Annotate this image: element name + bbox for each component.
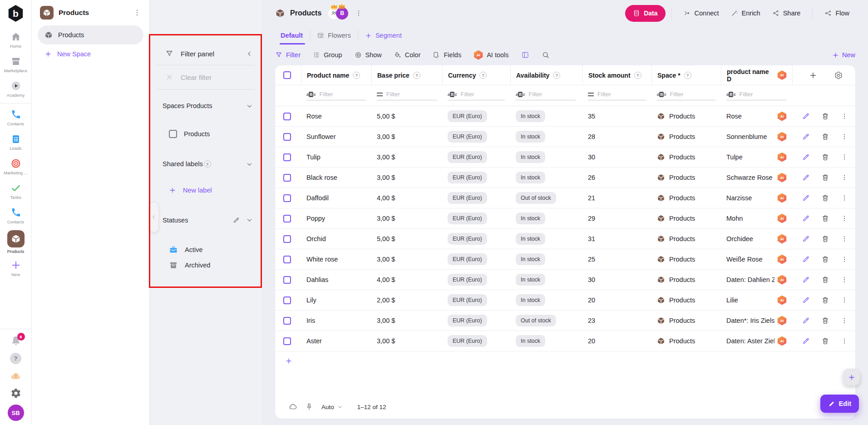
table-row[interactable]: Daffodil 4,00 $ EUR (Euro) Out of stock …	[275, 188, 855, 208]
add-column-icon[interactable]	[809, 71, 817, 79]
edit-button[interactable]: Edit	[820, 395, 859, 413]
user-avatar[interactable]: SB	[8, 405, 24, 421]
cell-product-name[interactable]: Orchid	[301, 229, 371, 249]
filter-input-availability[interactable]: aBc	[516, 91, 576, 100]
filter-input-product-name[interactable]: aBc	[306, 91, 366, 100]
add-record-fab[interactable]	[843, 369, 860, 385]
data-button[interactable]: Data	[625, 5, 665, 22]
cell-space[interactable]: Products	[651, 290, 721, 310]
flow-button[interactable]: Flow	[819, 10, 855, 17]
row-menu-icon[interactable]	[841, 235, 848, 242]
cell-product-name[interactable]: White rose	[301, 249, 371, 269]
cell-product-name-d[interactable]: Mohn AI	[721, 208, 792, 228]
row-menu-icon[interactable]	[841, 276, 848, 283]
filter-input[interactable]	[529, 91, 576, 98]
delete-row-icon[interactable]	[821, 133, 829, 141]
delete-row-icon[interactable]	[821, 255, 829, 263]
chevron-down-icon[interactable]	[246, 103, 253, 109]
new-space-button[interactable]: New Space	[38, 44, 143, 64]
row-checkbox[interactable]	[283, 153, 291, 161]
help-icon[interactable]	[413, 72, 420, 79]
header-cell-product-name-d[interactable]: product name DAI	[721, 65, 792, 85]
cell-base-price[interactable]: 5,00 $	[371, 106, 442, 126]
header-cell-base-price[interactable]: Base price	[371, 65, 442, 85]
cloud-icon[interactable]	[289, 403, 297, 411]
settings-gear-icon[interactable]	[10, 388, 21, 399]
cell-product-name-d[interactable]: Daten*: Iris Zielsp AI	[721, 311, 792, 331]
cell-stock-amount[interactable]: 23	[582, 311, 651, 331]
help-button[interactable]: ?	[10, 353, 21, 364]
enrich-button[interactable]: Enrich	[725, 10, 766, 17]
table-row[interactable]: Iris 3,00 $ EUR (Euro) Out of stock 23 P…	[275, 311, 855, 331]
pin-icon[interactable]	[305, 403, 313, 411]
edit-row-icon[interactable]	[802, 133, 810, 141]
header-cell-stock-amount[interactable]: Stock amount	[582, 65, 651, 85]
cell-base-price[interactable]: 3,00 $	[371, 147, 442, 167]
delete-row-icon[interactable]	[821, 316, 829, 325]
header-cell-availability[interactable]: Availability	[510, 65, 582, 85]
toggle-panel-button[interactable]	[521, 51, 529, 59]
new-record-button[interactable]: New	[832, 51, 855, 59]
row-checkbox[interactable]	[283, 317, 291, 325]
edit-row-icon[interactable]	[802, 194, 810, 202]
cell-product-name[interactable]: Tulip	[301, 147, 371, 167]
filter-input-product-name-d[interactable]: aBc	[726, 91, 786, 100]
status-archived[interactable]: Archived	[150, 257, 262, 273]
cell-space[interactable]: Products	[651, 106, 721, 126]
rail-item-marketing[interactable]: Marketing ...	[0, 154, 31, 179]
app-logo[interactable]: b	[8, 5, 24, 22]
table-row[interactable]: Lily 2,00 $ EUR (Euro) In stock 20 Produ…	[275, 290, 855, 311]
cell-stock-amount[interactable]: 30	[582, 147, 651, 167]
group-button[interactable]: Group	[313, 51, 342, 59]
cell-availability[interactable]: In stock	[510, 168, 582, 188]
cell-product-name-d[interactable]: Daten: Dahlien Zi AI	[721, 270, 792, 290]
table-row[interactable]: Aster 3,00 $ EUR (Euro) In stock 20 Prod…	[275, 331, 855, 351]
rail-item-leads[interactable]: Leads	[0, 130, 31, 154]
cell-availability[interactable]: In stock	[510, 270, 582, 290]
delete-row-icon[interactable]	[821, 112, 829, 120]
row-checkbox[interactable]	[283, 133, 291, 141]
filter-input[interactable]	[320, 91, 366, 98]
edit-row-icon[interactable]	[802, 276, 810, 284]
header-cell-space[interactable]: Space *	[651, 65, 721, 85]
filter-input[interactable]	[461, 91, 505, 98]
cell-product-name[interactable]: Dahlias	[301, 270, 371, 290]
delete-row-icon[interactable]	[821, 194, 829, 202]
cell-stock-amount[interactable]: 35	[582, 106, 651, 126]
cell-availability[interactable]: In stock	[510, 249, 582, 269]
search-button[interactable]	[542, 51, 550, 59]
cell-currency[interactable]: EUR (Euro)	[442, 229, 510, 249]
cell-stock-amount[interactable]: 31	[582, 229, 651, 249]
shared-labels-header[interactable]: Shared labels	[150, 146, 262, 182]
row-menu-icon[interactable]	[841, 194, 848, 202]
table-row[interactable]: Sunflower 3,00 $ EUR (Euro) In stock 28 …	[275, 127, 855, 147]
cell-stock-amount[interactable]: 20	[582, 331, 651, 351]
delete-row-icon[interactable]	[821, 173, 829, 182]
row-menu-icon[interactable]	[841, 256, 848, 263]
edit-row-icon[interactable]	[802, 214, 810, 222]
rail-item-new[interactable]: New	[0, 256, 31, 281]
filter-input-currency[interactable]: aBc	[448, 91, 505, 100]
cell-base-price[interactable]: 3,00 $	[371, 311, 442, 331]
workspace-menu-icon[interactable]	[133, 9, 141, 17]
cell-availability[interactable]: In stock	[510, 331, 582, 351]
chevron-down-icon[interactable]	[246, 217, 253, 223]
table-row[interactable]: Black rose 3,00 $ EUR (Euro) In stock 26…	[275, 168, 855, 188]
table-settings-gear-icon[interactable]	[834, 71, 843, 79]
cell-base-price[interactable]: 3,00 $	[371, 249, 442, 269]
rail-item-marketplace[interactable]: Marketplace	[0, 52, 31, 77]
cell-stock-amount[interactable]: 28	[582, 127, 651, 147]
table-row[interactable]: Tulip 3,00 $ EUR (Euro) In stock 30 Prod…	[275, 147, 855, 168]
edit-row-icon[interactable]	[802, 255, 810, 263]
row-menu-icon[interactable]	[841, 113, 848, 120]
cell-space[interactable]: Products	[651, 311, 721, 331]
edit-row-icon[interactable]	[802, 173, 810, 182]
row-checkbox[interactable]	[283, 174, 291, 182]
cell-base-price[interactable]: 3,00 $	[371, 331, 442, 351]
filter-input-stock-amount[interactable]	[588, 91, 646, 100]
row-menu-icon[interactable]	[841, 317, 848, 324]
cell-availability[interactable]: In stock	[510, 290, 582, 310]
cell-product-name-d[interactable]: Orchidee AI	[721, 229, 792, 249]
cell-product-name-d[interactable]: Narzisse AI	[721, 188, 792, 208]
table-row[interactable]: Orchid 5,00 $ EUR (Euro) In stock 31 Pro…	[275, 229, 855, 249]
